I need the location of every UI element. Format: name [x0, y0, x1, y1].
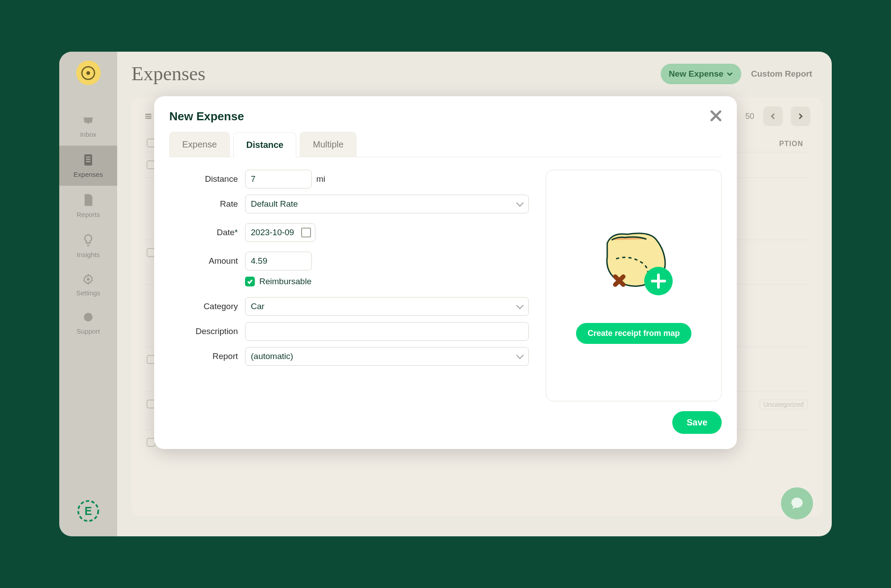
reimbursable-label: Reimbursable	[259, 277, 311, 286]
save-button[interactable]: Save	[672, 411, 722, 434]
modal-close-button[interactable]	[710, 109, 722, 124]
category-row: Category	[169, 297, 529, 316]
date-input[interactable]	[245, 223, 315, 242]
category-select[interactable]	[245, 297, 529, 316]
report-row: Report	[169, 347, 529, 366]
modal-backdrop: New Expense Expense Distance Multiple Di…	[59, 52, 832, 536]
description-input[interactable]	[245, 322, 529, 341]
modal-footer: Save	[169, 411, 722, 434]
reimbursable-row: Reimbursable	[245, 277, 529, 286]
tab-expense[interactable]: Expense	[169, 132, 230, 157]
close-icon	[710, 110, 722, 122]
map-illustration	[594, 228, 674, 305]
distance-row: Distance mi	[169, 170, 529, 188]
reimbursable-checkbox[interactable]	[245, 277, 255, 286]
distance-label: Distance	[169, 174, 245, 184]
report-label: Report	[169, 351, 245, 361]
distance-input[interactable]	[245, 170, 312, 188]
amount-label: Amount	[169, 256, 245, 266]
rate-select[interactable]	[245, 195, 529, 213]
form-column: Distance mi Rate Date*	[169, 170, 529, 401]
new-expense-modal: New Expense Expense Distance Multiple Di…	[154, 96, 737, 449]
description-label: Description	[169, 327, 245, 336]
category-label: Category	[169, 302, 245, 311]
description-row: Description	[169, 322, 529, 341]
create-receipt-from-map-button[interactable]: Create receipt from map	[576, 323, 691, 344]
modal-body: Distance mi Rate Date*	[169, 170, 722, 401]
tab-distance[interactable]: Distance	[233, 132, 296, 157]
tab-multiple[interactable]: Multiple	[300, 132, 356, 157]
date-label: Date*	[169, 228, 245, 237]
amount-input[interactable]	[245, 252, 312, 270]
modal-title: New Expense	[169, 110, 244, 123]
date-input-wrap[interactable]	[245, 223, 315, 242]
report-select[interactable]	[245, 347, 529, 366]
distance-unit: mi	[316, 174, 325, 184]
amount-row: Amount	[169, 252, 529, 270]
check-icon	[247, 278, 253, 285]
modal-tabs: Expense Distance Multiple	[169, 132, 722, 157]
app-frame: Inbox Expenses Reports Insights Settings…	[59, 52, 832, 536]
map-card: Create receipt from map	[546, 170, 722, 401]
modal-header: New Expense	[169, 109, 722, 124]
rate-row: Rate	[169, 195, 529, 213]
side-column: Create receipt from map	[546, 170, 722, 401]
date-row: Date*	[169, 223, 529, 242]
rate-label: Rate	[169, 199, 245, 209]
